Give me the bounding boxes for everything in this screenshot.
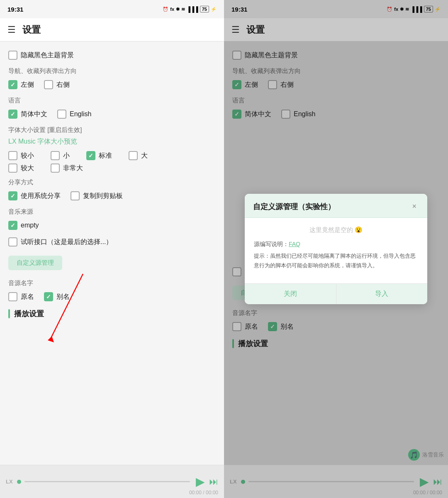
font-normal-label: 标准 bbox=[99, 151, 112, 160]
left-content: 隐藏黑色主题背景 导航、收藏列表弹出方向 左侧 右侧 语言 简体中文 E bbox=[0, 42, 224, 498]
share-clipboard-label: 复制到剪贴板 bbox=[83, 192, 123, 200]
dialog-header: 自定义源管理（实验性） × bbox=[245, 194, 427, 218]
source-name-original-checkbox[interactable]: 原名 bbox=[8, 292, 34, 301]
left-player-skip-btn[interactable]: ⏭ bbox=[209, 476, 218, 487]
dialog-close-btn[interactable]: × bbox=[409, 201, 419, 212]
source-empty-cb-box[interactable] bbox=[8, 221, 17, 230]
left-font-preview-label: LX Music 字体大小预览 bbox=[8, 137, 216, 146]
hide-dark-theme-cb-box[interactable] bbox=[8, 51, 17, 60]
font-xxlarge-label: 非常大 bbox=[63, 164, 83, 173]
right-phone-panel: 19:31 ⏰ fx ✱ ≋ ▐▐▐ 75 ⚡ ☰ 设置 隐藏黑色主题背景 导航… bbox=[224, 0, 448, 498]
share-system-cb-box[interactable] bbox=[8, 191, 17, 200]
battery-label: 75 bbox=[200, 6, 209, 12]
dialog-close-button[interactable]: 关闭 bbox=[245, 284, 336, 304]
font-large-cb-box[interactable] bbox=[129, 151, 138, 160]
lang-chinese-cb-box[interactable] bbox=[8, 110, 17, 119]
dialog-overlay: 自定义源管理（实验性） × 这里竟然是空的 😮 源编写说明：FAQ 提示：虽然我… bbox=[224, 0, 448, 498]
share-system-label: 使用系统分享 bbox=[21, 192, 61, 200]
font-normal-checkbox[interactable]: 标准 bbox=[86, 151, 112, 160]
share-system-checkbox[interactable]: 使用系统分享 bbox=[8, 191, 61, 200]
source-empty-row: empty bbox=[8, 219, 216, 232]
font-xxlarge-checkbox[interactable]: 非常大 bbox=[51, 164, 83, 173]
dialog-faq-link[interactable]: FAQ bbox=[289, 241, 300, 247]
source-trial-cb-box[interactable] bbox=[8, 237, 17, 247]
left-nav-section-label: 导航、收藏列表弹出方向 bbox=[8, 67, 216, 75]
left-menu-icon[interactable]: ☰ bbox=[7, 24, 16, 35]
font-xxlarge-cb-box[interactable] bbox=[51, 164, 60, 173]
nav-right-checkbox[interactable]: 右侧 bbox=[44, 80, 70, 89]
left-font-options-row2: 较大 非常大 bbox=[8, 164, 216, 173]
lang-english-label: English bbox=[70, 110, 91, 118]
font-small-cb-box[interactable] bbox=[8, 151, 17, 160]
left-player-play-btn[interactable]: ▶ bbox=[196, 475, 205, 488]
left-share-row: 使用系统分享 复制到剪贴板 bbox=[8, 190, 216, 202]
left-nav-row: 左侧 右侧 bbox=[8, 78, 216, 91]
custom-source-dialog: 自定义源管理（实验性） × 这里竟然是空的 😮 源编写说明：FAQ 提示：虽然我… bbox=[245, 194, 427, 304]
left-status-bar: 19:31 ⏰ fx ✱ ≋ ▐▐▐ 75 ⚡ bbox=[0, 0, 224, 18]
source-name-alias-label: 别名 bbox=[56, 293, 70, 301]
nav-right-cb-box[interactable] bbox=[44, 80, 53, 89]
charge-icon: ⚡ bbox=[211, 7, 217, 12]
dialog-warning-text: 提示：虽然我们已经尽可能地隔离了脚本的运行环境，但导入包含恶意行为的脚本仍可能会… bbox=[254, 251, 418, 270]
font-small-checkbox[interactable]: 较小 bbox=[8, 151, 34, 160]
left-playback-label: 播放设置 bbox=[14, 309, 44, 319]
share-clipboard-checkbox[interactable]: 复制到剪贴板 bbox=[71, 191, 123, 200]
bluetooth-icon: ✱ bbox=[176, 7, 180, 12]
left-status-icons: ⏰ fx ✱ ≋ ▐▐▐ 75 ⚡ bbox=[163, 6, 217, 12]
dialog-source-label: 源编写说明：FAQ bbox=[254, 241, 418, 248]
left-top-bar: ☰ 设置 bbox=[0, 18, 224, 42]
source-empty-label: empty bbox=[21, 222, 39, 229]
font-xsmall-label: 小 bbox=[63, 151, 70, 160]
source-name-original-label: 原名 bbox=[21, 293, 34, 301]
source-empty-checkbox[interactable]: empty bbox=[8, 221, 39, 230]
left-font-options-row1: 较小 小 标准 大 bbox=[8, 151, 216, 160]
source-name-original-cb-box[interactable] bbox=[8, 292, 17, 301]
left-player-progress[interactable] bbox=[24, 481, 190, 482]
left-language-row: 简体中文 English bbox=[8, 108, 216, 120]
left-status-time: 19:31 bbox=[7, 6, 23, 13]
font-xlarge-cb-box[interactable] bbox=[8, 164, 17, 173]
font-large-checkbox[interactable]: 大 bbox=[129, 151, 148, 160]
dialog-body: 这里竟然是空的 😮 源编写说明：FAQ 提示：虽然我们已经尽可能地隔离了脚本的运… bbox=[245, 218, 427, 283]
lang-english-checkbox[interactable]: English bbox=[57, 110, 91, 119]
left-player-time: 00:00 / 00:00 bbox=[189, 490, 218, 496]
lang-english-cb-box[interactable] bbox=[57, 110, 66, 119]
dialog-source-label-text: 源编写说明： bbox=[254, 241, 289, 247]
hide-dark-theme-checkbox[interactable]: 隐藏黑色主题背景 bbox=[8, 51, 74, 60]
source-trial-row: 试听接口（这是最后的选择...） bbox=[8, 236, 216, 248]
dialog-footer: 关闭 导入 bbox=[245, 283, 427, 304]
left-phone-panel: 19:31 ⏰ fx ✱ ≋ ▐▐▐ 75 ⚡ ☰ 设置 隐藏黑色主题背景 导航… bbox=[0, 0, 224, 498]
source-name-alias-checkbox[interactable]: 别名 bbox=[44, 292, 70, 301]
left-music-source-section-label: 音乐来源 bbox=[8, 208, 216, 216]
left-source-name-row: 原名 别名 bbox=[8, 290, 216, 303]
share-clipboard-cb-box[interactable] bbox=[71, 191, 80, 200]
hide-dark-theme-label: 隐藏黑色主题背景 bbox=[21, 51, 74, 60]
source-name-alias-cb-box[interactable] bbox=[44, 292, 53, 301]
font-xsmall-cb-box[interactable] bbox=[51, 151, 60, 160]
font-small-label: 较小 bbox=[21, 151, 34, 160]
fx-icon: fx bbox=[170, 7, 174, 12]
lang-chinese-label: 简体中文 bbox=[21, 110, 47, 119]
font-normal-cb-box[interactable] bbox=[86, 151, 95, 160]
left-page-title: 设置 bbox=[22, 24, 41, 36]
dialog-import-button[interactable]: 导入 bbox=[336, 284, 428, 304]
nav-left-checkbox[interactable]: 左侧 bbox=[8, 80, 34, 89]
left-playback-divider: 播放设置 bbox=[8, 309, 216, 319]
wifi-icon: ≋ bbox=[181, 7, 185, 12]
alarm-icon: ⏰ bbox=[163, 7, 168, 12]
left-player-bar: LX ▶ ⏭ 00:00 / 00:00 bbox=[0, 465, 224, 498]
nav-left-cb-box[interactable] bbox=[8, 80, 17, 89]
left-font-section-label: 字体大小设置 [重启后生效] bbox=[8, 126, 216, 134]
hide-dark-theme-row: 隐藏黑色主题背景 bbox=[8, 49, 216, 61]
left-source-name-section-label: 音源名字 bbox=[8, 279, 216, 287]
font-xlarge-checkbox[interactable]: 较大 bbox=[8, 164, 34, 173]
left-language-section-label: 语言 bbox=[8, 97, 216, 105]
left-playback-divider-bar bbox=[8, 309, 10, 318]
source-trial-checkbox[interactable]: 试听接口（这是最后的选择...） bbox=[8, 237, 112, 247]
signal-icon: ▐▐▐ bbox=[187, 6, 198, 12]
dialog-empty-message: 这里竟然是空的 😮 bbox=[254, 226, 418, 234]
lang-chinese-checkbox[interactable]: 简体中文 bbox=[8, 110, 47, 119]
left-custom-source-btn[interactable]: 自定义源管理 bbox=[8, 256, 62, 270]
font-xsmall-checkbox[interactable]: 小 bbox=[51, 151, 70, 160]
left-player-lx-label: LX bbox=[6, 478, 13, 485]
